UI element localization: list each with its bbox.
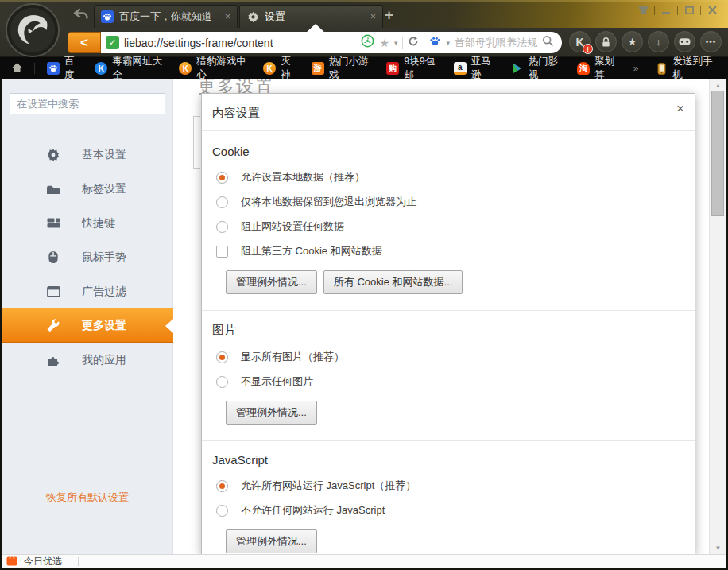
checkbox-icon[interactable] (216, 246, 228, 258)
bookmark-item[interactable]: K 猎豹游戏中心 (173, 60, 254, 77)
radio-checked-icon[interactable] (216, 351, 228, 363)
sidebar-item-adblock[interactable]: 广告过滤 (2, 274, 173, 308)
amazon-icon: a (454, 62, 467, 75)
star-dropdown-icon[interactable]: ▾ (394, 39, 398, 47)
search-magnifier-icon[interactable] (542, 35, 554, 50)
bookmark-item[interactable]: K 灭神 (258, 60, 303, 77)
lock-icon[interactable] (595, 31, 617, 52)
skin-icon[interactable] (632, 2, 654, 18)
settings-search-input[interactable] (10, 93, 165, 114)
bookmarks-bar: 百度 K 毒霸网址大全 K 猎豹游戏中心 K 灭神 游 热门小游戏 购 9块9包… (0, 57, 728, 79)
tab-baidu[interactable]: 百度一下，你就知道 × (94, 5, 238, 28)
duba-k-icon: K (95, 62, 107, 75)
sidebar-item-tabs[interactable]: 标签设置 (2, 172, 173, 206)
site-safe-icon: ✓ (106, 36, 119, 49)
checkbox-option[interactable]: 阻止第三方 Cookie 和网站数据 (216, 244, 680, 258)
manage-exceptions-button[interactable]: 管理例外情况... (226, 270, 317, 294)
search-engine-paw-icon[interactable] (429, 35, 441, 50)
titlebar-back-icon[interactable] (73, 8, 88, 23)
page-scrollbar[interactable]: ▲ ▼ (709, 79, 726, 554)
scrollbar-thumb[interactable] (711, 91, 724, 216)
baidu-favicon (101, 10, 114, 23)
puzzle-icon (46, 353, 60, 367)
radio-option[interactable]: 阻止网站设置任何数据 (216, 219, 680, 234)
url-text[interactable]: liebao://settings-frame/content (124, 37, 356, 49)
section-images: 图片 显示所有图片（推荐） 不显示任何图片 管理例外情况... (212, 323, 680, 441)
maximize-button[interactable] (678, 2, 700, 18)
radio-icon[interactable] (216, 505, 228, 517)
duba-security-icon[interactable]: K ! (569, 31, 591, 52)
sidebar-item-my-apps[interactable]: 我的应用 (2, 343, 173, 377)
bookmark-item[interactable]: 游 热门小游戏 (306, 60, 378, 77)
radio-option[interactable]: 显示所有图片（推荐） (216, 350, 680, 364)
home-icon[interactable] (6, 62, 28, 76)
radio-option[interactable]: 允许所有网站运行 JavaScript（推荐） (216, 479, 680, 493)
scroll-up-icon[interactable]: ▲ (710, 79, 726, 91)
tab-label: 百度一下，你就知道 (119, 10, 219, 24)
reload-icon[interactable] (408, 36, 419, 50)
active-tab-notch (304, 24, 327, 34)
radio-option[interactable]: 不显示任何图片 (216, 374, 680, 389)
download-icon[interactable]: ↓ (648, 31, 669, 52)
settings-nav: 基本设置 标签设置 快捷键 (2, 138, 173, 377)
section-heading: JavaScript (212, 453, 680, 467)
radio-option[interactable]: 仅将本地数据保留到您退出浏览器为止 (216, 195, 680, 209)
window-controls (632, 2, 723, 18)
baidu-paw-icon (47, 62, 60, 75)
section-javascript: JavaScript 允许所有网站运行 JavaScript（推荐） 不允许任何… (212, 453, 680, 554)
radio-icon[interactable] (216, 221, 228, 233)
bookmark-star-icon[interactable]: ★ (379, 37, 389, 49)
all-cookies-button[interactable]: 所有 Cookie 和网站数据... (323, 270, 463, 294)
sidebar-item-more-settings[interactable]: 更多设置 (2, 308, 173, 343)
daily-picks-bag-icon (6, 555, 17, 569)
favorites-star-icon[interactable]: ★ (622, 31, 643, 52)
search-placeholder-text[interactable]: 首部母乳喂养法规 (455, 36, 537, 50)
dialog-close-icon[interactable]: × (676, 101, 684, 117)
search-engine-dropdown-icon[interactable]: ▾ (446, 39, 450, 47)
bookmark-item[interactable]: 百度 (41, 60, 87, 77)
bookmark-item[interactable]: 热门影视 (505, 60, 568, 77)
taobao-ju-icon: 淘 (577, 62, 590, 75)
settings-main: 更多设置 内容设置 × Cookie 允许设置本地数据（推荐） (174, 79, 726, 554)
url-bar[interactable]: ✓ liebao://settings-frame/content ★ ▾ ▾ … (101, 32, 562, 53)
radio-icon[interactable] (216, 196, 228, 208)
manage-exceptions-button[interactable]: 管理例外情况... (226, 401, 317, 425)
radio-option[interactable]: 不允许任何网站运行 JavaScript (216, 503, 680, 518)
radio-checked-icon[interactable] (216, 480, 228, 492)
bookmarks-overflow-chevron[interactable]: » (629, 63, 644, 74)
gamepad-icon[interactable] (674, 31, 695, 52)
section-divider (202, 440, 695, 441)
minimize-button[interactable] (655, 2, 677, 18)
tab-close-icon[interactable]: × (370, 11, 376, 22)
send-to-phone-item[interactable]: 发送到手机 (649, 60, 722, 77)
menu-ellipsis-icon[interactable]: ••• (700, 31, 722, 52)
radio-icon[interactable] (216, 376, 228, 388)
dialog-title: 内容设置 (212, 106, 260, 119)
liebao-logo[interactable] (5, 2, 60, 58)
bookmark-item[interactable]: K 毒霸网址大全 (89, 60, 170, 77)
radio-checked-icon[interactable] (216, 172, 228, 184)
close-button[interactable] (701, 2, 723, 18)
bookmark-item[interactable]: 购 9块9包邮 (381, 60, 444, 77)
scroll-down-icon[interactable]: ▼ (710, 542, 726, 554)
reset-defaults-link[interactable]: 恢复所有默认设置 (2, 491, 173, 505)
content-settings-dialog: 内容设置 × Cookie 允许设置本地数据（推荐） (201, 93, 695, 554)
bookmark-item[interactable]: a 亚马逊 (448, 60, 502, 77)
content-frame: 基本设置 标签设置 快捷键 (0, 79, 728, 570)
daily-picks-label[interactable]: 今日优选 (24, 555, 62, 568)
sidebar-item-gestures[interactable]: 鼠标手势 (2, 240, 173, 274)
bookmark-item[interactable]: 淘 聚划算 (571, 60, 625, 77)
minigame-icon: 游 (312, 62, 324, 75)
gou-deal-icon: 购 (386, 62, 399, 75)
phone-icon (655, 62, 668, 75)
mouse-icon (46, 250, 60, 265)
speed-mode-icon[interactable] (361, 34, 374, 51)
sidebar-item-basic[interactable]: 基本设置 (2, 138, 173, 172)
manage-exceptions-button[interactable]: 管理例外情况... (226, 529, 317, 553)
radio-option[interactable]: 允许设置本地数据（推荐） (216, 170, 680, 184)
back-button[interactable]: < (68, 32, 101, 53)
new-tab-button[interactable]: + (385, 6, 393, 24)
tab-close-icon[interactable]: × (225, 11, 230, 22)
settings-sidebar: 基本设置 标签设置 快捷键 (2, 79, 173, 554)
sidebar-item-shortcuts[interactable]: 快捷键 (2, 206, 173, 240)
